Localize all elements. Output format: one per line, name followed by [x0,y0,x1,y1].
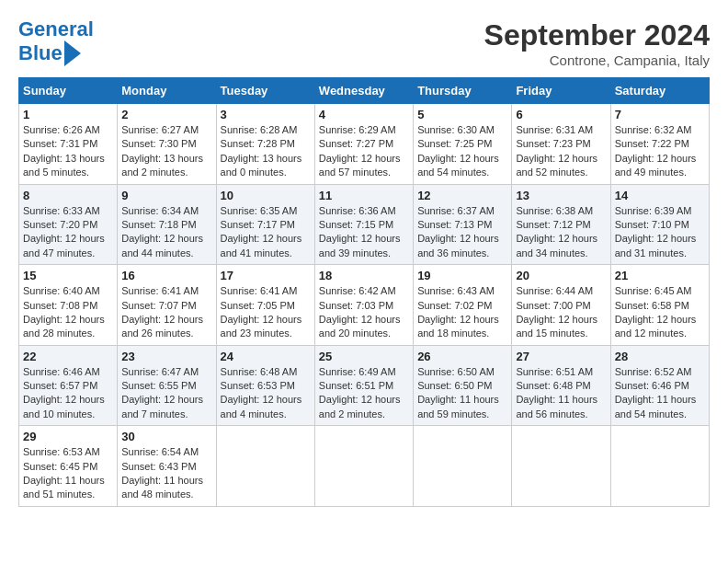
logo-blue: Blue [18,42,63,64]
day-number: 12 [417,189,507,202]
day-info-line: Sunrise: 6:30 AM [417,123,507,137]
calendar-cell: 14Sunrise: 6:39 AMSunset: 7:10 PMDayligh… [610,184,709,265]
day-info-line: and 47 minutes. [23,247,113,260]
calendar-cell: 15Sunrise: 6:40 AMSunset: 7:08 PMDayligh… [19,265,118,346]
calendar-cell: 4Sunrise: 6:29 AMSunset: 7:27 PMDaylight… [314,104,413,185]
day-info-line: Daylight: 11 hours [121,474,211,488]
day-info: Sunrise: 6:41 AMSunset: 7:05 PMDaylight:… [221,284,311,341]
day-info-line: and 59 minutes. [417,408,507,421]
calendar-cell: 16Sunrise: 6:41 AMSunset: 7:07 PMDayligh… [118,265,216,346]
day-number: 3 [221,108,311,121]
day-info-line: Daylight: 12 hours [319,313,409,327]
day-info-line: Daylight: 12 hours [23,313,113,327]
calendar-cell: 21Sunrise: 6:45 AMSunset: 6:58 PMDayligh… [610,265,709,346]
day-info-line: Sunset: 7:05 PM [221,299,311,313]
day-info-line: Sunrise: 6:43 AM [417,284,507,298]
day-info: Sunrise: 6:32 AMSunset: 7:22 PMDaylight:… [615,123,705,180]
day-info-line: Daylight: 12 hours [121,393,211,407]
day-info-line: Daylight: 12 hours [417,152,507,166]
day-number: 15 [23,269,113,282]
weekday-header: Monday [118,78,216,104]
day-info-line: and 56 minutes. [516,408,606,421]
day-info-line: Sunrise: 6:42 AM [319,284,409,298]
calendar-cell [216,426,314,507]
day-info-line: Daylight: 12 hours [221,393,311,407]
day-info: Sunrise: 6:35 AMSunset: 7:17 PMDaylight:… [221,204,311,261]
day-info-line: Sunrise: 6:34 AM [121,204,211,218]
day-number: 24 [221,350,311,363]
day-info-line: Sunset: 7:18 PM [121,218,211,232]
day-info-line: Daylight: 12 hours [615,152,705,166]
calendar-cell: 22Sunrise: 6:46 AMSunset: 6:57 PMDayligh… [19,345,118,426]
day-info-line: Daylight: 12 hours [417,313,507,327]
day-info-line: Daylight: 12 hours [516,313,606,327]
day-number: 11 [319,189,409,202]
day-info: Sunrise: 6:40 AMSunset: 7:08 PMDaylight:… [23,284,113,341]
day-info: Sunrise: 6:54 AMSunset: 6:43 PMDaylight:… [121,445,211,502]
day-info-line: Sunset: 6:50 PM [417,379,507,393]
calendar-cell: 29Sunrise: 6:53 AMSunset: 6:45 PMDayligh… [19,426,118,507]
calendar-week-row: 15Sunrise: 6:40 AMSunset: 7:08 PMDayligh… [19,265,710,346]
day-info-line: Sunrise: 6:38 AM [516,204,606,218]
calendar-cell: 19Sunrise: 6:43 AMSunset: 7:02 PMDayligh… [414,265,512,346]
day-info: Sunrise: 6:49 AMSunset: 6:51 PMDaylight:… [319,365,409,422]
day-info-line: Sunrise: 6:40 AM [23,284,113,298]
day-number: 30 [121,430,211,443]
day-number: 23 [121,350,211,363]
day-number: 29 [23,430,113,443]
day-info-line: Sunrise: 6:39 AM [615,204,705,218]
weekday-header: Tuesday [216,78,314,104]
calendar-cell [610,426,709,507]
day-info-line: Daylight: 11 hours [23,474,113,488]
day-info-line: and 34 minutes. [516,247,606,260]
weekday-header: Sunday [19,78,118,104]
day-info: Sunrise: 6:34 AMSunset: 7:18 PMDaylight:… [121,204,211,261]
calendar-cell: 23Sunrise: 6:47 AMSunset: 6:55 PMDayligh… [118,345,216,426]
day-number: 16 [121,269,211,282]
day-number: 17 [221,269,311,282]
calendar-cell: 20Sunrise: 6:44 AMSunset: 7:00 PMDayligh… [512,265,610,346]
day-info-line: Sunrise: 6:31 AM [516,123,606,137]
day-info-line: Sunset: 7:17 PM [221,218,311,232]
day-info-line: Daylight: 12 hours [417,232,507,246]
day-info-line: and 31 minutes. [615,247,705,260]
day-info-line: Daylight: 12 hours [319,232,409,246]
calendar-cell: 7Sunrise: 6:32 AMSunset: 7:22 PMDaylight… [610,104,709,185]
calendar-cell: 28Sunrise: 6:52 AMSunset: 6:46 PMDayligh… [610,345,709,426]
day-number: 8 [23,189,113,202]
day-info-line: Sunrise: 6:51 AM [516,365,606,379]
day-info-line: and 26 minutes. [121,327,211,340]
day-info: Sunrise: 6:33 AMSunset: 7:20 PMDaylight:… [23,204,113,261]
day-info-line: and 10 minutes. [23,408,113,421]
day-info-line: Sunrise: 6:26 AM [23,123,113,137]
day-info-line: Sunset: 7:03 PM [319,299,409,313]
calendar-cell: 3Sunrise: 6:28 AMSunset: 7:28 PMDaylight… [216,104,314,185]
day-info-line: Daylight: 12 hours [516,152,606,166]
day-info-line: Sunrise: 6:54 AM [121,445,211,459]
day-info-line: and 23 minutes. [221,327,311,340]
calendar-cell: 8Sunrise: 6:33 AMSunset: 7:20 PMDaylight… [19,184,118,265]
day-info-line: Sunrise: 6:46 AM [23,365,113,379]
day-number: 20 [516,269,606,282]
day-number: 13 [516,189,606,202]
calendar-week-row: 29Sunrise: 6:53 AMSunset: 6:45 PMDayligh… [19,426,710,507]
day-info: Sunrise: 6:41 AMSunset: 7:07 PMDaylight:… [121,284,211,341]
calendar-cell: 24Sunrise: 6:48 AMSunset: 6:53 PMDayligh… [216,345,314,426]
day-info-line: Sunrise: 6:32 AM [615,123,705,137]
day-info: Sunrise: 6:26 AMSunset: 7:31 PMDaylight:… [23,123,113,180]
day-info: Sunrise: 6:53 AMSunset: 6:45 PMDaylight:… [23,445,113,502]
day-info-line: and 4 minutes. [221,408,311,421]
calendar-cell: 18Sunrise: 6:42 AMSunset: 7:03 PMDayligh… [314,265,413,346]
calendar-cell: 5Sunrise: 6:30 AMSunset: 7:25 PMDaylight… [414,104,512,185]
day-info-line: and 5 minutes. [23,166,113,179]
calendar-cell [512,426,610,507]
day-info-line: Sunset: 6:51 PM [319,379,409,393]
title-block: September 2024 Controne, Campania, Italy [484,18,710,68]
day-info: Sunrise: 6:47 AMSunset: 6:55 PMDaylight:… [121,365,211,422]
day-info-line: and 54 minutes. [615,408,705,421]
day-info-line: and 12 minutes. [615,327,705,340]
day-info: Sunrise: 6:52 AMSunset: 6:46 PMDaylight:… [615,365,705,422]
day-info-line: and 18 minutes. [417,327,507,340]
day-info-line: and 52 minutes. [516,166,606,179]
day-number: 25 [319,350,409,363]
